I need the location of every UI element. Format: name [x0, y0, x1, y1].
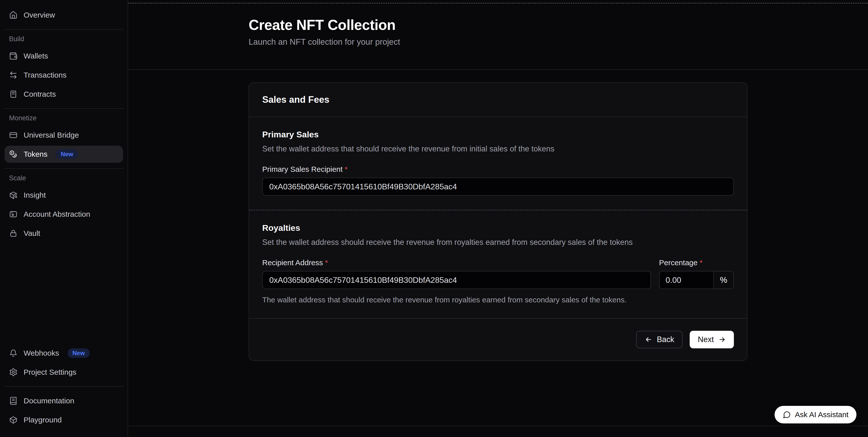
sidebar-item-label: Webhooks: [24, 349, 59, 357]
sidebar-item-account-abstraction[interactable]: Account Abstraction: [4, 206, 123, 223]
sidebar-item-label: Vault: [24, 229, 40, 238]
sidebar-item-vault[interactable]: Vault: [4, 225, 123, 242]
percent-suffix: %: [713, 272, 733, 288]
royalty-percentage-field: Percentage* %: [659, 247, 734, 289]
sidebar-item-universal-bridge[interactable]: Universal Bridge: [4, 127, 123, 144]
sidebar-nav-bottom: Webhooks New Project Settings Documentat…: [4, 345, 123, 431]
page-subtitle: Launch an NFT collection for your projec…: [249, 37, 868, 47]
ask-ai-assistant-label: Ask AI Assistant: [795, 410, 848, 419]
back-button-label: Back: [657, 335, 674, 344]
sidebar-item-wallets[interactable]: Wallets: [4, 48, 123, 65]
transactions-arrows-icon: [9, 71, 18, 80]
royalty-percentage-label: Percentage*: [659, 258, 734, 267]
required-asterisk: *: [345, 165, 348, 173]
royalty-recipient-field: Recipient Address* The wallet address th…: [262, 247, 651, 304]
primary-sales-heading: Primary Sales: [262, 130, 734, 139]
page-header: Create NFT Collection Launch an NFT coll…: [128, 0, 868, 70]
sidebar-item-label: Tokens: [24, 150, 48, 158]
sidebar-item-label: Overview: [24, 11, 55, 19]
primary-sales-recipient-input[interactable]: [262, 178, 734, 196]
royalties-description: Set the wallet address should receive th…: [262, 238, 734, 247]
sidebar: Overview Build Wallets Transactions: [0, 0, 128, 437]
royalty-percentage-input[interactable]: [659, 272, 713, 288]
royalty-recipient-label: Recipient Address*: [262, 258, 651, 267]
sidebar-divider: [4, 386, 123, 387]
primary-sales-description: Set the wallet address that should recei…: [262, 145, 734, 153]
sidebar-section-monetize: Monetize: [4, 114, 123, 122]
contract-file-icon: [9, 90, 18, 98]
sidebar-item-label: Account Abstraction: [24, 210, 90, 218]
royalties-fields-row: Recipient Address* The wallet address th…: [262, 247, 734, 304]
new-badge: New: [68, 348, 89, 358]
sidebar-item-overview[interactable]: Overview: [4, 6, 123, 24]
package-search-icon: [9, 191, 18, 199]
sidebar-item-project-settings[interactable]: Project Settings: [4, 364, 123, 381]
new-badge: New: [56, 150, 78, 159]
gear-icon: [9, 368, 18, 376]
primary-sales-recipient-label: Primary Sales Recipient*: [262, 165, 734, 174]
sidebar-item-label: Documentation: [24, 397, 74, 405]
sidebar-item-label: Wallets: [24, 52, 48, 60]
safe-icon: [9, 210, 18, 218]
credit-card-icon: [9, 131, 18, 139]
bottom-divider: [128, 426, 868, 426]
card-footer: Back Next: [249, 319, 747, 361]
required-asterisk: *: [325, 258, 328, 267]
card-title: Sales and Fees: [262, 94, 734, 105]
royalty-recipient-input[interactable]: [262, 271, 651, 289]
back-button[interactable]: Back: [636, 331, 683, 348]
sidebar-item-insight[interactable]: Insight: [4, 187, 123, 204]
sales-and-fees-card: Sales and Fees Primary Sales Set the wal…: [249, 82, 747, 361]
label-text: Primary Sales Recipient: [262, 165, 343, 173]
sidebar-section-build: Build: [4, 35, 123, 43]
sidebar-item-playground[interactable]: Playground: [4, 411, 123, 429]
card-header: Sales and Fees: [249, 83, 747, 117]
sidebar-item-label: Contracts: [24, 90, 56, 98]
royalties-section: Royalties Set the wallet address should …: [249, 211, 747, 318]
page-title: Create NFT Collection: [249, 17, 868, 33]
book-icon: [9, 397, 18, 405]
sidebar-item-contracts[interactable]: Contracts: [4, 86, 123, 103]
sidebar-item-webhooks[interactable]: Webhooks New: [4, 345, 123, 362]
sidebar-item-label: Transactions: [24, 71, 67, 80]
coins-icon: [9, 150, 18, 158]
cube-icon: [9, 416, 18, 424]
label-text: Percentage: [659, 258, 698, 267]
home-icon: [9, 11, 18, 19]
next-button-label: Next: [698, 335, 714, 344]
sidebar-divider: [4, 108, 123, 109]
percentage-input-group: %: [659, 271, 734, 289]
bell-icon: [9, 349, 18, 357]
sidebar-item-label: Universal Bridge: [24, 131, 79, 139]
required-asterisk: *: [700, 258, 703, 267]
app-root: Overview Build Wallets Transactions: [0, 0, 868, 437]
arrow-right-icon: [718, 336, 726, 343]
sidebar-nav-top: Overview Build Wallets Transactions: [4, 6, 123, 244]
label-text: Recipient Address: [262, 258, 323, 267]
sidebar-item-transactions[interactable]: Transactions: [4, 67, 123, 84]
arrow-left-icon: [645, 336, 652, 343]
sidebar-section-scale: Scale: [4, 174, 123, 182]
sidebar-divider: [4, 168, 123, 169]
ask-ai-assistant-button[interactable]: Ask AI Assistant: [775, 406, 857, 424]
sidebar-item-label: Playground: [24, 416, 62, 424]
top-dashed-divider: [128, 3, 868, 3]
royalties-heading: Royalties: [262, 223, 734, 233]
primary-sales-section: Primary Sales Set the wallet address tha…: [249, 117, 747, 210]
royalty-helper-text: The wallet address that should receive t…: [262, 295, 651, 304]
sidebar-item-label: Project Settings: [24, 368, 76, 376]
sidebar-item-label: Insight: [24, 191, 46, 199]
sidebar-divider: [4, 29, 123, 30]
chat-bubble-icon: [783, 411, 791, 419]
main-content: Create NFT Collection Launch an NFT coll…: [128, 0, 868, 437]
sidebar-item-documentation[interactable]: Documentation: [4, 392, 123, 409]
lock-icon: [9, 229, 18, 238]
sidebar-item-tokens[interactable]: Tokens New: [4, 146, 123, 163]
wallet-icon: [9, 52, 18, 60]
next-button[interactable]: Next: [690, 331, 734, 348]
